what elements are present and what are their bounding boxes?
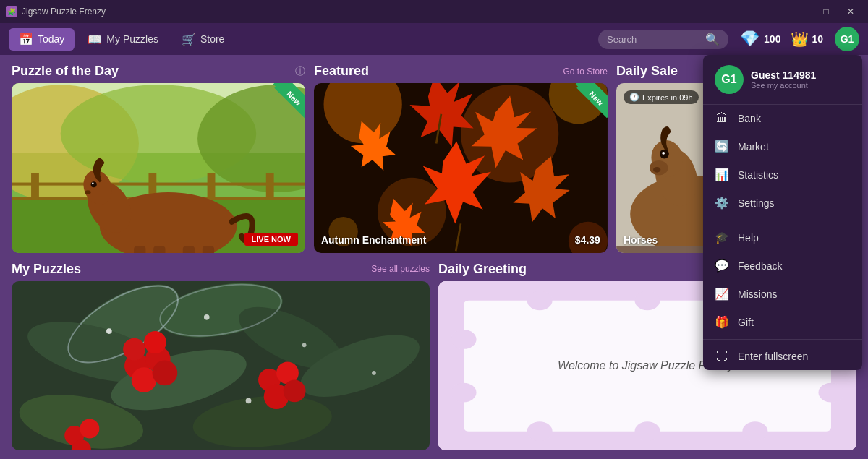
settings-icon: ⚙️: [715, 196, 729, 210]
svg-point-83: [527, 421, 553, 441]
horse-puzzle-image: [12, 83, 305, 253]
crown-display: 👑 10: [791, 30, 823, 48]
dropdown-bank[interactable]: 🏛 Bank: [703, 105, 862, 132]
new-badge: New: [263, 83, 305, 125]
app-icon: 🧩: [6, 6, 17, 17]
svg-point-87: [451, 382, 477, 402]
dropdown-help[interactable]: 🎓 Help: [703, 223, 862, 252]
missions-label: Missions: [738, 288, 777, 300]
dropdown-missions[interactable]: 📈 Missions: [703, 280, 862, 308]
svg-point-26: [85, 190, 90, 194]
user-dropdown-menu: G1 Guest 114981 See my account 🏛 Bank 🔄 …: [703, 55, 862, 370]
calendar-icon: 📅: [19, 33, 33, 46]
puzzle-of-day-card[interactable]: New LIVE NOW: [12, 83, 305, 253]
dropdown-gift[interactable]: 🎁 Gift: [703, 308, 862, 336]
dropdown-market[interactable]: 🔄 Market: [703, 132, 862, 160]
help-icon: 🎓: [715, 231, 729, 244]
help-label: Help: [738, 232, 759, 244]
svg-rect-19: [203, 246, 214, 253]
svg-point-89: [818, 382, 843, 402]
svg-point-85: [742, 421, 767, 441]
info-icon[interactable]: ⓘ: [295, 65, 305, 78]
dropdown-avatar: G1: [715, 65, 744, 94]
crown-count: 10: [812, 33, 823, 45]
svg-point-80: [527, 291, 553, 310]
dropdown-divider-2: [703, 339, 862, 340]
svg-point-75: [302, 343, 307, 347]
titlebar: 🧩 Jigsaw Puzzle Frenzy ─ □ ✕: [0, 0, 868, 23]
minimize-button[interactable]: ─: [790, 4, 813, 19]
daily-sale-card-label: Horses: [624, 234, 658, 246]
titlebar-controls[interactable]: ─ □ ✕: [790, 4, 862, 19]
puzzle-of-day-header: Puzzle of the Day ⓘ: [12, 64, 305, 79]
nav-mypuzzles[interactable]: 📖 My Puzzles: [77, 28, 169, 51]
market-icon: 🔄: [715, 140, 729, 153]
missions-icon: 📈: [715, 287, 729, 301]
daily-sale-title: Daily Sale: [616, 64, 678, 79]
book-icon: 📖: [88, 33, 102, 46]
fullscreen-label: Enter fullscreen: [738, 351, 808, 362]
search-input[interactable]: [607, 34, 701, 45]
svg-point-69: [284, 379, 306, 402]
svg-point-81: [634, 291, 660, 310]
svg-point-63: [153, 360, 178, 385]
berries-puzzle-image: [12, 281, 430, 451]
svg-point-47: [662, 152, 665, 155]
expires-badge: 🕐 Expires in 09h: [624, 90, 699, 104]
featured-card[interactable]: New Autumn Enchantment $4.39: [314, 83, 608, 253]
svg-point-64: [123, 338, 145, 360]
dropdown-settings[interactable]: ⚙️ Settings: [703, 189, 862, 217]
svg-point-84: [634, 421, 660, 441]
featured-title: Featured: [314, 64, 369, 79]
svg-point-73: [106, 328, 112, 334]
daily-greeting-title: Daily Greeting: [438, 262, 527, 277]
featured-header: Featured Go to Store: [314, 64, 608, 79]
nav-today-label: Today: [38, 33, 64, 45]
my-puzzles-section: My Puzzles See all puzzles: [12, 262, 430, 451]
svg-point-74: [204, 314, 210, 319]
navbar: 📅 Today 📖 My Puzzles 🛒 Store 🔍 💎 100 👑 1…: [0, 23, 868, 55]
nav-store[interactable]: 🛒 Store: [171, 28, 234, 51]
bank-label: Bank: [738, 113, 761, 124]
statistics-icon: 📊: [715, 168, 729, 181]
search-icon: 🔍: [705, 33, 720, 46]
svg-rect-16: [134, 246, 145, 253]
featured-section: Featured Go to Store: [314, 64, 608, 253]
user-avatar-button[interactable]: G1: [835, 27, 859, 51]
svg-point-45: [653, 167, 660, 173]
dropdown-statistics[interactable]: 📊 Statistics: [703, 160, 862, 189]
svg-point-24: [91, 181, 97, 187]
featured-card-price: $4.39: [575, 234, 600, 246]
dropdown-fullscreen[interactable]: ⛶ Enter fullscreen: [703, 343, 862, 370]
featured-card-label: Autumn Enchantment: [321, 234, 426, 246]
gift-label: Gift: [738, 317, 754, 328]
close-button[interactable]: ✕: [839, 4, 862, 19]
svg-rect-17: [153, 246, 165, 253]
go-to-store-link[interactable]: Go to Store: [563, 67, 608, 77]
dropdown-user-info: Guest 114981 See my account: [751, 69, 851, 90]
maximize-button[interactable]: □: [814, 4, 838, 19]
titlebar-left: 🧩 Jigsaw Puzzle Frenzy: [6, 6, 106, 17]
svg-point-77: [372, 370, 376, 374]
expires-label: Expires in 09h: [642, 93, 693, 102]
svg-point-86: [451, 330, 477, 349]
dropdown-feedback[interactable]: 💬 Feedback: [703, 252, 862, 280]
live-now-badge: LIVE NOW: [244, 233, 298, 246]
my-puzzles-card[interactable]: [12, 281, 430, 451]
gems-count: 100: [764, 33, 780, 45]
autumn-puzzle-image: [314, 83, 608, 253]
my-puzzles-header: My Puzzles See all puzzles: [12, 262, 430, 277]
nav-mypuzzles-label: My Puzzles: [106, 33, 158, 45]
svg-rect-18: [183, 246, 195, 253]
see-all-puzzles-link[interactable]: See all puzzles: [371, 264, 430, 274]
nav-today[interactable]: 📅 Today: [9, 28, 75, 51]
market-label: Market: [738, 141, 769, 153]
gift-icon: 🎁: [715, 315, 729, 329]
nav-store-label: Store: [200, 33, 224, 45]
see-account-link[interactable]: See my account: [751, 81, 851, 90]
feedback-icon: 💬: [715, 259, 729, 273]
search-bar[interactable]: 🔍: [598, 30, 728, 49]
featured-new-badge: New: [566, 83, 608, 125]
settings-label: Settings: [738, 197, 775, 209]
bank-icon: 🏛: [715, 112, 729, 125]
